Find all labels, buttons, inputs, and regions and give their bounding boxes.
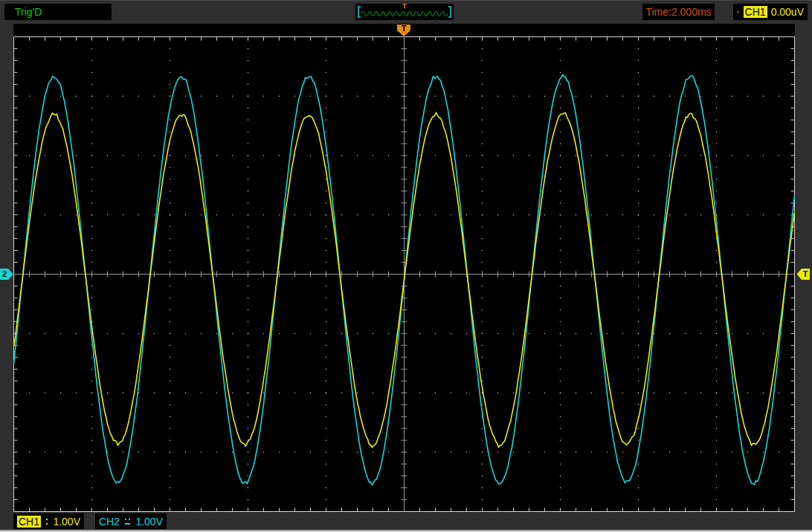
ch2-zero-level-marker[interactable]: 2: [0, 269, 14, 280]
trigger-status-box: Trig'D: [4, 4, 112, 20]
graticule-and-traces: [13, 24, 795, 512]
ch2-readout[interactable]: CH2 1.00V: [95, 513, 167, 529]
bottom-bar: CH1 1.00V CH2 1.00V: [0, 512, 812, 532]
trigger-level-value: 0.00uV: [771, 6, 804, 18]
timebase-readout[interactable]: Time:2.000ms: [642, 4, 715, 20]
trigger-level-marker[interactable]: T: [796, 269, 810, 280]
preview-trigger-marker[interactable]: T: [402, 2, 407, 10]
ch1-scale-value: 1.00V: [53, 516, 80, 528]
top-bar: Trig'D T Time:2.000ms CH1 0.00uV: [0, 1, 812, 24]
ch1-badge: CH1: [17, 516, 41, 528]
timebase-label: Time:2.000ms: [645, 6, 711, 18]
trigger-status-label: Trig'D: [15, 6, 42, 18]
scope-screen: T: [13, 24, 795, 512]
ch1-readout[interactable]: CH1 1.00V: [13, 513, 84, 529]
record-preview-window[interactable]: T: [355, 4, 454, 20]
ch2-scale-value: 1.00V: [135, 516, 163, 528]
ch2-badge: CH2: [99, 516, 120, 528]
trigger-info-box[interactable]: CH1 0.00uV: [733, 4, 808, 20]
oscilloscope-window: Trig'D T Time:2.000ms CH1 0.00uV T 2: [0, 0, 812, 532]
rising-edge-trigger-icon: [737, 6, 740, 18]
trigger-position-marker[interactable]: T: [397, 25, 411, 36]
trigger-source-badge: CH1: [744, 6, 767, 18]
ch2-coupling-icon: [125, 519, 130, 525]
ch1-coupling-icon: [46, 519, 48, 525]
